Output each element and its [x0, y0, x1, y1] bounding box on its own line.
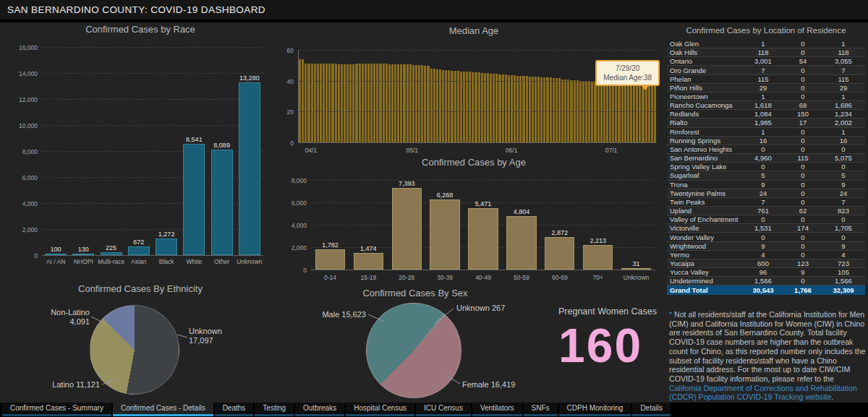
table-grand-total-row[interactable]: Grand Total30,5431,76632,309 — [667, 285, 865, 294]
bar[interactable] — [529, 77, 531, 142]
bar[interactable] — [239, 82, 260, 255]
table-row[interactable]: Valley of Enchantment000 — [667, 215, 865, 224]
table-row[interactable]: Undetermined1,56601,566 — [667, 277, 865, 285]
bar[interactable] — [516, 76, 519, 142]
bar[interactable] — [636, 83, 638, 142]
tab-details[interactable]: Details — [632, 403, 671, 416]
bar[interactable] — [326, 64, 328, 142]
bar[interactable] — [627, 83, 629, 142]
bar[interactable] — [514, 75, 516, 142]
bar[interactable] — [550, 77, 552, 142]
bar[interactable] — [391, 64, 393, 142]
bar[interactable] — [537, 77, 540, 142]
bar[interactable] — [609, 82, 611, 142]
bar[interactable] — [433, 69, 435, 142]
bar[interactable] — [392, 188, 422, 270]
bar[interactable] — [156, 238, 177, 255]
bar[interactable] — [612, 82, 614, 142]
bar[interactable] — [606, 82, 608, 142]
bar[interactable] — [490, 74, 492, 142]
bar[interactable] — [508, 75, 510, 142]
bar[interactable] — [535, 77, 537, 142]
bar[interactable] — [72, 254, 94, 255]
table-row[interactable]: Wrightwood909 — [667, 242, 865, 251]
bar[interactable] — [349, 64, 352, 142]
bar[interactable] — [493, 74, 495, 142]
bar[interactable] — [407, 64, 409, 142]
bar[interactable] — [415, 65, 417, 142]
table-row[interactable]: San Bernardino4,9601155,075 — [667, 154, 865, 163]
bar[interactable] — [621, 82, 624, 142]
bar[interactable] — [409, 64, 412, 142]
tab-testing[interactable]: Testing — [255, 403, 294, 416]
bar[interactable] — [526, 76, 528, 142]
table-row[interactable]: Oak Glen101 — [667, 40, 865, 48]
bar[interactable] — [315, 249, 345, 270]
tab-ventilators[interactable]: Ventilators — [472, 403, 522, 416]
bar[interactable] — [403, 64, 405, 142]
bar[interactable] — [394, 64, 396, 142]
bar[interactable] — [651, 84, 653, 142]
bar[interactable] — [388, 64, 391, 142]
bar[interactable] — [519, 76, 522, 142]
bar[interactable] — [543, 77, 545, 142]
bar[interactable] — [307, 64, 310, 142]
bar[interactable] — [639, 84, 641, 142]
table-row[interactable]: Twin Peaks707 — [667, 198, 865, 207]
table-row[interactable]: Spring Valley Lake000 — [667, 163, 865, 171]
bar[interactable] — [430, 199, 459, 270]
bar[interactable] — [633, 83, 635, 142]
bar[interactable] — [460, 72, 462, 142]
bar[interactable] — [648, 84, 650, 142]
bar[interactable] — [128, 246, 150, 255]
bar[interactable] — [495, 74, 498, 142]
table-row[interactable]: Running Springs16016 — [667, 137, 865, 145]
sex-pie[interactable] — [366, 303, 461, 398]
bar[interactable] — [354, 253, 383, 270]
tab-deaths[interactable]: Deaths — [215, 403, 254, 416]
table-row[interactable]: Piñon Hills29029 — [667, 84, 865, 93]
bar[interactable] — [469, 72, 471, 142]
bar[interactable] — [487, 73, 489, 142]
bar[interactable] — [583, 245, 613, 270]
bar[interactable] — [454, 71, 456, 142]
table-row[interactable]: Twentynine Palms24024 — [667, 189, 865, 198]
bar[interactable] — [352, 64, 354, 142]
bar[interactable] — [314, 64, 316, 142]
bar[interactable] — [421, 65, 423, 142]
bar[interactable] — [183, 144, 205, 255]
bar[interactable] — [511, 75, 513, 142]
bar[interactable] — [317, 64, 319, 142]
table-row[interactable]: Oro Grande707 — [667, 66, 865, 74]
bar[interactable] — [305, 64, 307, 142]
tab-outbreaks[interactable]: Outbreaks — [295, 403, 344, 416]
tab-icu-census[interactable]: ICU Census — [416, 403, 471, 416]
bar[interactable] — [621, 268, 651, 270]
bar[interactable] — [618, 82, 620, 142]
cdcr-tracking-link[interactable]: California Department of Corrections and… — [669, 384, 857, 402]
table-row[interactable]: Yucaipa600123723 — [667, 259, 865, 268]
bar[interactable] — [430, 69, 433, 142]
table-row[interactable]: Yermo404 — [667, 251, 865, 259]
bar[interactable] — [427, 66, 429, 142]
bar[interactable] — [299, 59, 301, 142]
bar[interactable] — [359, 64, 361, 142]
bar[interactable] — [367, 64, 370, 142]
bar[interactable] — [341, 64, 343, 142]
table-row[interactable]: Sugarloaf505 — [667, 171, 865, 180]
bar[interactable] — [323, 64, 325, 142]
bar[interactable] — [466, 72, 468, 142]
bar[interactable] — [383, 64, 385, 142]
bar[interactable] — [344, 64, 346, 142]
bar[interactable] — [472, 72, 474, 142]
bar[interactable] — [556, 78, 558, 142]
tab-hospital-census[interactable]: Hospital Census — [346, 403, 414, 416]
bar[interactable] — [502, 74, 504, 142]
bar[interactable] — [451, 71, 453, 142]
bar[interactable] — [553, 78, 555, 142]
bar[interactable] — [365, 64, 367, 142]
tab-confirmed-cases-details[interactable]: Confirmed Cases - Details — [113, 403, 213, 416]
table-row[interactable]: Phelan1150115 — [667, 75, 865, 84]
table-row[interactable]: San Antonio Heights000 — [667, 145, 865, 154]
bar[interactable] — [211, 150, 233, 255]
